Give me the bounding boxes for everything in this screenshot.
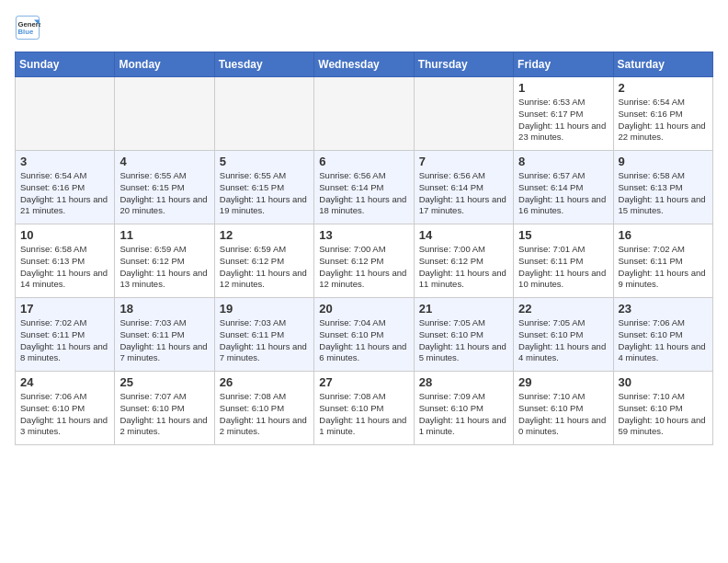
day-number: 8 bbox=[518, 155, 608, 168]
day-number: 17 bbox=[20, 302, 109, 316]
day-number: 19 bbox=[220, 302, 309, 316]
day-number: 10 bbox=[20, 228, 109, 242]
calendar-cell: 12Sunrise: 6:59 AM Sunset: 6:12 PM Dayli… bbox=[214, 224, 313, 298]
calendar-cell: 17Sunrise: 7:02 AM Sunset: 6:11 PM Dayli… bbox=[16, 298, 115, 372]
svg-text:Blue: Blue bbox=[18, 28, 34, 36]
day-info: Sunrise: 6:59 AM Sunset: 6:12 PM Dayligh… bbox=[119, 244, 209, 291]
calendar-cell: 7Sunrise: 6:56 AM Sunset: 6:14 PM Daylig… bbox=[414, 151, 513, 224]
calendar-cell: 22Sunrise: 7:05 AM Sunset: 6:10 PM Dayli… bbox=[514, 298, 613, 372]
calendar-cell bbox=[314, 77, 414, 151]
day-info: Sunrise: 7:07 AM Sunset: 6:10 PM Dayligh… bbox=[119, 391, 209, 438]
weekday-header-thursday: Thursday bbox=[414, 52, 513, 77]
day-info: Sunrise: 7:06 AM Sunset: 6:10 PM Dayligh… bbox=[20, 391, 109, 438]
day-number: 9 bbox=[619, 155, 708, 168]
day-number: 24 bbox=[20, 375, 109, 389]
day-info: Sunrise: 7:02 AM Sunset: 6:11 PM Dayligh… bbox=[619, 244, 708, 291]
weekday-header-saturday: Saturday bbox=[613, 52, 712, 77]
day-number: 26 bbox=[220, 375, 309, 389]
calendar-cell: 18Sunrise: 7:03 AM Sunset: 6:11 PM Dayli… bbox=[115, 298, 214, 372]
day-number: 28 bbox=[419, 375, 508, 389]
day-info: Sunrise: 7:03 AM Sunset: 6:11 PM Dayligh… bbox=[220, 317, 309, 364]
weekday-header-tuesday: Tuesday bbox=[214, 52, 313, 77]
week-row-2: 3Sunrise: 6:54 AM Sunset: 6:16 PM Daylig… bbox=[16, 151, 713, 224]
day-info: Sunrise: 7:10 AM Sunset: 6:10 PM Dayligh… bbox=[619, 391, 708, 438]
day-info: Sunrise: 7:00 AM Sunset: 6:12 PM Dayligh… bbox=[419, 244, 508, 291]
weekday-header-friday: Friday bbox=[514, 52, 613, 77]
day-info: Sunrise: 6:58 AM Sunset: 6:13 PM Dayligh… bbox=[20, 244, 109, 291]
weekday-header-row: SundayMondayTuesdayWednesdayThursdayFrid… bbox=[16, 52, 713, 77]
calendar-cell: 30Sunrise: 7:10 AM Sunset: 6:10 PM Dayli… bbox=[613, 372, 712, 445]
day-number: 6 bbox=[319, 155, 408, 168]
day-info: Sunrise: 7:00 AM Sunset: 6:12 PM Dayligh… bbox=[319, 244, 408, 291]
day-number: 27 bbox=[319, 375, 408, 389]
day-info: Sunrise: 7:03 AM Sunset: 6:11 PM Dayligh… bbox=[119, 317, 209, 364]
day-number: 5 bbox=[220, 155, 309, 168]
week-row-4: 17Sunrise: 7:02 AM Sunset: 6:11 PM Dayli… bbox=[16, 298, 713, 372]
calendar-cell: 13Sunrise: 7:00 AM Sunset: 6:12 PM Dayli… bbox=[314, 224, 414, 298]
day-info: Sunrise: 7:08 AM Sunset: 6:10 PM Dayligh… bbox=[220, 391, 309, 438]
day-info: Sunrise: 7:05 AM Sunset: 6:10 PM Dayligh… bbox=[518, 317, 608, 364]
day-info: Sunrise: 7:06 AM Sunset: 6:10 PM Dayligh… bbox=[619, 317, 708, 364]
calendar-cell: 15Sunrise: 7:01 AM Sunset: 6:11 PM Dayli… bbox=[514, 224, 613, 298]
calendar-cell: 5Sunrise: 6:55 AM Sunset: 6:15 PM Daylig… bbox=[214, 151, 313, 224]
day-info: Sunrise: 6:58 AM Sunset: 6:13 PM Dayligh… bbox=[619, 170, 708, 217]
day-number: 29 bbox=[518, 375, 608, 389]
calendar-cell: 28Sunrise: 7:09 AM Sunset: 6:10 PM Dayli… bbox=[414, 372, 513, 445]
calendar-cell: 16Sunrise: 7:02 AM Sunset: 6:11 PM Dayli… bbox=[613, 224, 712, 298]
day-number: 2 bbox=[619, 81, 708, 95]
day-info: Sunrise: 6:56 AM Sunset: 6:14 PM Dayligh… bbox=[419, 170, 508, 217]
calendar-cell: 26Sunrise: 7:08 AM Sunset: 6:10 PM Dayli… bbox=[214, 372, 313, 445]
calendar-cell: 11Sunrise: 6:59 AM Sunset: 6:12 PM Dayli… bbox=[115, 224, 214, 298]
day-info: Sunrise: 7:08 AM Sunset: 6:10 PM Dayligh… bbox=[319, 391, 408, 438]
weekday-header-monday: Monday bbox=[115, 52, 214, 77]
day-number: 23 bbox=[619, 302, 708, 316]
day-info: Sunrise: 7:01 AM Sunset: 6:11 PM Dayligh… bbox=[518, 244, 608, 291]
day-info: Sunrise: 6:55 AM Sunset: 6:15 PM Dayligh… bbox=[220, 170, 309, 217]
week-row-3: 10Sunrise: 6:58 AM Sunset: 6:13 PM Dayli… bbox=[16, 224, 713, 298]
weekday-header-wednesday: Wednesday bbox=[314, 52, 414, 77]
day-number: 21 bbox=[419, 302, 508, 316]
logo: General Blue bbox=[15, 15, 44, 40]
day-number: 13 bbox=[319, 228, 408, 242]
header: General Blue bbox=[15, 15, 713, 40]
calendar-cell: 25Sunrise: 7:07 AM Sunset: 6:10 PM Dayli… bbox=[115, 372, 214, 445]
week-row-5: 24Sunrise: 7:06 AM Sunset: 6:10 PM Dayli… bbox=[16, 372, 713, 445]
day-number: 20 bbox=[319, 302, 408, 316]
day-info: Sunrise: 7:04 AM Sunset: 6:10 PM Dayligh… bbox=[319, 317, 408, 364]
week-row-1: 1Sunrise: 6:53 AM Sunset: 6:17 PM Daylig… bbox=[16, 77, 713, 151]
day-number: 18 bbox=[119, 302, 209, 316]
calendar-cell: 24Sunrise: 7:06 AM Sunset: 6:10 PM Dayli… bbox=[16, 372, 115, 445]
day-number: 3 bbox=[20, 155, 109, 168]
logo-icon: General Blue bbox=[15, 15, 40, 40]
day-info: Sunrise: 6:54 AM Sunset: 6:16 PM Dayligh… bbox=[20, 170, 109, 217]
day-info: Sunrise: 7:09 AM Sunset: 6:10 PM Dayligh… bbox=[419, 391, 508, 438]
day-number: 7 bbox=[419, 155, 508, 168]
calendar-cell: 1Sunrise: 6:53 AM Sunset: 6:17 PM Daylig… bbox=[514, 77, 613, 151]
day-number: 11 bbox=[119, 228, 209, 242]
day-info: Sunrise: 6:54 AM Sunset: 6:16 PM Dayligh… bbox=[619, 97, 708, 144]
day-info: Sunrise: 7:10 AM Sunset: 6:10 PM Dayligh… bbox=[518, 391, 608, 438]
calendar-cell bbox=[16, 77, 115, 151]
day-info: Sunrise: 6:57 AM Sunset: 6:14 PM Dayligh… bbox=[518, 170, 608, 217]
day-number: 12 bbox=[220, 228, 309, 242]
day-info: Sunrise: 7:05 AM Sunset: 6:10 PM Dayligh… bbox=[419, 317, 508, 364]
day-info: Sunrise: 6:55 AM Sunset: 6:15 PM Dayligh… bbox=[119, 170, 209, 217]
calendar-cell: 2Sunrise: 6:54 AM Sunset: 6:16 PM Daylig… bbox=[613, 77, 712, 151]
day-info: Sunrise: 6:56 AM Sunset: 6:14 PM Dayligh… bbox=[319, 170, 408, 217]
calendar-cell: 27Sunrise: 7:08 AM Sunset: 6:10 PM Dayli… bbox=[314, 372, 414, 445]
day-info: Sunrise: 6:59 AM Sunset: 6:12 PM Dayligh… bbox=[220, 244, 309, 291]
calendar-cell: 6Sunrise: 6:56 AM Sunset: 6:14 PM Daylig… bbox=[314, 151, 414, 224]
day-info: Sunrise: 7:02 AM Sunset: 6:11 PM Dayligh… bbox=[20, 317, 109, 364]
day-number: 25 bbox=[119, 375, 209, 389]
calendar-cell: 23Sunrise: 7:06 AM Sunset: 6:10 PM Dayli… bbox=[613, 298, 712, 372]
calendar-table: SundayMondayTuesdayWednesdayThursdayFrid… bbox=[15, 52, 713, 445]
day-number: 15 bbox=[518, 228, 608, 242]
calendar-cell: 19Sunrise: 7:03 AM Sunset: 6:11 PM Dayli… bbox=[214, 298, 313, 372]
day-number: 1 bbox=[518, 81, 608, 95]
weekday-header-sunday: Sunday bbox=[16, 52, 115, 77]
calendar-cell bbox=[115, 77, 214, 151]
calendar-cell: 8Sunrise: 6:57 AM Sunset: 6:14 PM Daylig… bbox=[514, 151, 613, 224]
calendar-cell: 29Sunrise: 7:10 AM Sunset: 6:10 PM Dayli… bbox=[514, 372, 613, 445]
day-info: Sunrise: 6:53 AM Sunset: 6:17 PM Dayligh… bbox=[518, 97, 608, 144]
calendar-cell: 10Sunrise: 6:58 AM Sunset: 6:13 PM Dayli… bbox=[16, 224, 115, 298]
